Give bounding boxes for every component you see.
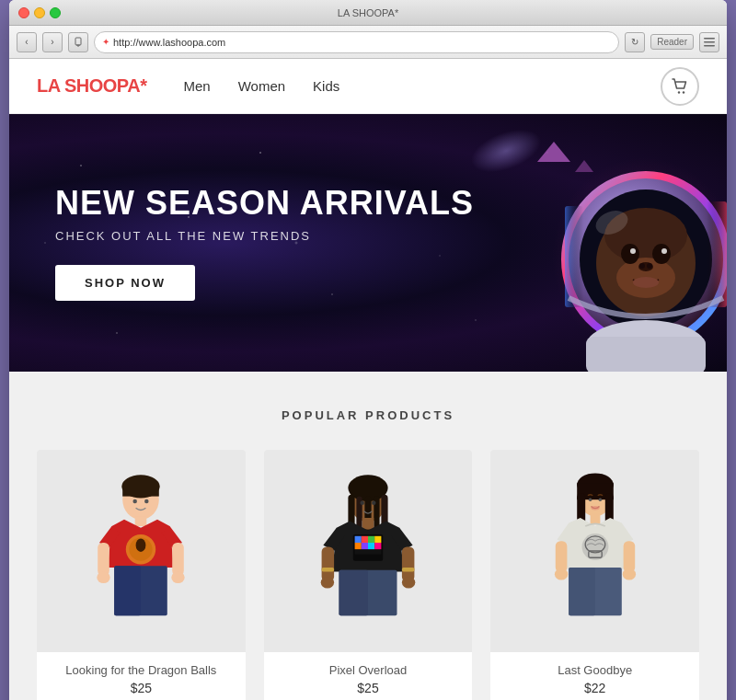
forward-button[interactable]: › <box>42 32 63 52</box>
svg-rect-1 <box>704 38 715 40</box>
website-content: LA SHOOPA* Men Women Kids NEW <box>9 59 727 700</box>
svg-point-15 <box>630 248 636 254</box>
svg-point-38 <box>172 572 185 584</box>
svg-rect-3 <box>704 45 715 47</box>
svg-rect-22 <box>565 206 583 307</box>
svg-rect-60 <box>339 570 368 616</box>
svg-point-20 <box>633 277 659 288</box>
site-header: LA SHOOPA* Men Women Kids <box>9 59 727 114</box>
svg-point-13 <box>621 244 639 264</box>
svg-rect-2 <box>704 41 715 43</box>
svg-point-86 <box>591 506 599 511</box>
svg-rect-0 <box>75 38 81 45</box>
svg-rect-36 <box>173 543 185 576</box>
svg-rect-25 <box>586 337 706 372</box>
svg-rect-81 <box>623 541 635 572</box>
svg-point-37 <box>98 572 110 584</box>
svg-rect-80 <box>555 541 567 572</box>
svg-point-40 <box>144 499 149 504</box>
address-bar[interactable]: ✦ http://www.lashoopa.com <box>94 31 619 53</box>
svg-rect-23 <box>707 201 727 307</box>
svg-point-83 <box>622 568 635 580</box>
products-grid: Looking for the Dragon Balls $25 <box>37 450 699 700</box>
window-controls <box>18 7 61 18</box>
svg-point-14 <box>652 244 671 264</box>
svg-rect-64 <box>402 568 415 572</box>
product-image-1 <box>264 450 473 652</box>
svg-point-18 <box>639 263 645 269</box>
product-card-2[interactable]: Last Goodbye $22 <box>490 450 699 700</box>
svg-rect-57 <box>374 543 381 549</box>
nav-kids[interactable]: Kids <box>313 78 339 94</box>
minimize-button[interactable] <box>34 7 45 18</box>
product-illustration-2 <box>512 459 678 643</box>
svg-rect-34 <box>115 566 142 615</box>
product-image-0 <box>37 450 246 652</box>
product-name-1: Pixel Overload <box>275 663 462 677</box>
product-name-0: Looking for the Dragon Balls <box>48 663 235 677</box>
svg-point-68 <box>372 501 376 506</box>
svg-rect-79 <box>569 568 595 615</box>
close-button[interactable] <box>18 7 29 18</box>
url-text: http://www.lashoopa.com <box>113 37 225 48</box>
svg-point-19 <box>647 263 652 269</box>
reader-button[interactable]: Reader <box>650 34 694 50</box>
nav-women[interactable]: Women <box>238 78 285 94</box>
svg-point-5 <box>683 91 684 93</box>
products-section: POPULAR PRODUCTS <box>9 372 727 700</box>
svg-rect-50 <box>355 536 362 543</box>
svg-point-67 <box>360 501 364 506</box>
svg-rect-74 <box>590 513 600 525</box>
svg-point-66 <box>402 577 415 589</box>
svg-point-85 <box>598 498 602 501</box>
product-info-1: Pixel Overload $25 <box>264 652 473 700</box>
favicon: ✦ <box>102 37 109 47</box>
svg-rect-62 <box>402 547 415 582</box>
svg-rect-52 <box>368 536 374 543</box>
svg-point-39 <box>133 499 138 504</box>
svg-rect-58 <box>355 549 382 554</box>
hero-subtitle: CHECK OUT ALL THE NEW TRENDS <box>55 229 474 243</box>
svg-point-32 <box>136 539 146 552</box>
product-price-0: $25 <box>48 681 235 695</box>
svg-rect-55 <box>362 543 368 549</box>
site-logo[interactable]: LA SHOOPA* <box>37 75 146 97</box>
maximize-button[interactable] <box>50 7 61 18</box>
logo-asterisk: * <box>140 75 146 96</box>
svg-rect-29 <box>135 516 147 526</box>
cart-button[interactable] <box>661 67 699 106</box>
svg-point-82 <box>555 568 568 580</box>
nav-men[interactable]: Men <box>183 78 210 94</box>
svg-rect-48 <box>362 518 374 530</box>
product-illustration-0 <box>58 459 224 643</box>
menu-button[interactable] <box>699 32 719 52</box>
svg-point-65 <box>321 577 334 589</box>
hero-title: NEW SEASON ARRIVALS <box>55 185 474 222</box>
site-navigation: Men Women Kids <box>183 78 661 94</box>
browser-titlebar: LA SHOOPA* <box>9 0 727 26</box>
browser-title: LA SHOOPA* <box>338 7 398 18</box>
svg-rect-51 <box>362 536 368 543</box>
product-info-0: Looking for the Dragon Balls $25 <box>37 652 246 700</box>
hero-banner: NEW SEASON ARRIVALS CHECK OUT ALL THE NE… <box>9 114 727 372</box>
svg-rect-56 <box>368 543 374 549</box>
shop-now-button[interactable]: SHOP NOW <box>55 265 195 301</box>
cart-icon <box>671 77 689 96</box>
hero-content: NEW SEASON ARRIVALS CHECK OUT ALL THE NE… <box>9 185 520 301</box>
products-section-title: POPULAR PRODUCTS <box>37 408 699 422</box>
refresh-button[interactable]: ↻ <box>625 32 645 52</box>
svg-point-16 <box>661 248 667 254</box>
product-illustration-1 <box>285 459 451 643</box>
product-info-2: Last Goodbye $22 <box>490 652 699 700</box>
svg-rect-54 <box>355 543 362 549</box>
product-name-2: Last Goodbye <box>501 663 688 677</box>
back-button[interactable]: ‹ <box>17 32 37 52</box>
product-card-0[interactable]: Looking for the Dragon Balls $25 <box>37 450 246 700</box>
svg-point-84 <box>588 498 592 501</box>
product-image-2 <box>490 450 699 652</box>
svg-rect-61 <box>322 547 335 582</box>
share-button[interactable] <box>68 32 88 52</box>
svg-rect-35 <box>98 543 110 576</box>
product-card-1[interactable]: Pixel Overload $25 <box>264 450 473 700</box>
svg-rect-28 <box>123 485 160 497</box>
